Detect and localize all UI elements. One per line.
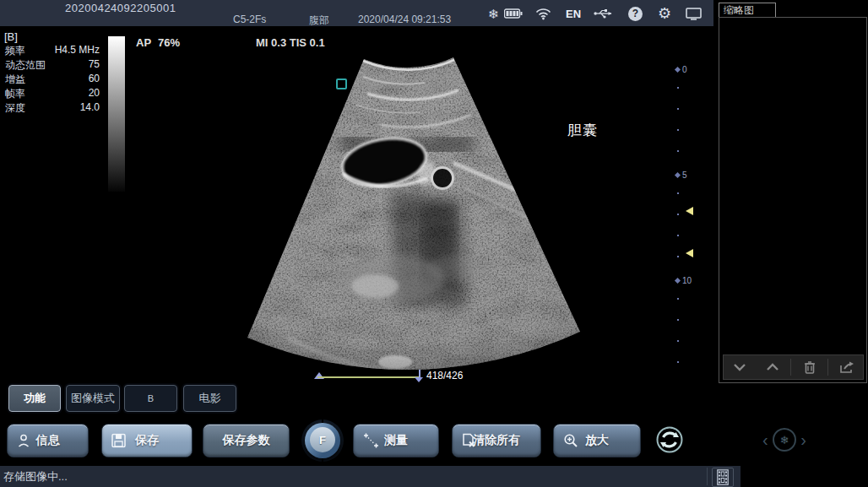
ruler-dot — [677, 298, 679, 300]
ruler-dot — [677, 319, 679, 321]
ruler-dot — [677, 256, 679, 257]
cine-frame-counter: 418/426 — [426, 370, 463, 381]
param-row-depth: 深度14.0 — [5, 101, 100, 116]
ruler-dot — [677, 129, 679, 131]
thumbnail-panel — [719, 17, 867, 383]
status-message: 存储图像中... — [3, 469, 68, 484]
tab-b-mode[interactable]: B — [124, 385, 177, 412]
status-divider — [707, 468, 708, 485]
freeze-indicator-icon: ❄ — [488, 5, 499, 22]
annotation-label: 胆囊 — [567, 121, 598, 140]
thumbnail-export-button[interactable] — [833, 357, 861, 377]
ruler-mark-0: 0 — [675, 66, 687, 73]
help-icon[interactable]: ? — [628, 5, 643, 22]
settings-gear-icon[interactable]: ⚙ — [658, 5, 671, 22]
magnify-button[interactable]: 放大 — [553, 424, 641, 457]
cine-film-icon[interactable] — [712, 468, 734, 487]
param-row-gain: 增益60 — [5, 73, 100, 87]
refresh-button[interactable] — [654, 425, 685, 455]
param-row-dynamic-range: 动态范围75 — [5, 58, 100, 73]
ruler-dot — [677, 340, 679, 342]
tab-function[interactable]: 功能 — [8, 385, 61, 412]
person-icon — [17, 434, 30, 448]
mi-tis-readout: MI 0.3 TIS 0.1 — [256, 36, 325, 49]
ruler-dot — [677, 192, 679, 194]
probe-name: C5-2Fs — [233, 14, 266, 25]
function-knob-label[interactable]: F — [310, 427, 335, 452]
ultrasound-image — [152, 49, 709, 380]
focus-marker — [686, 249, 693, 257]
ruler-dot — [677, 361, 679, 363]
language-toggle[interactable]: EN — [566, 5, 581, 22]
top-bar: 20200424092205001 C5-2Fs 腹部 2020/04/24 0… — [0, 0, 713, 26]
acoustic-power-readout: AP76% — [136, 36, 187, 49]
calipers-icon — [363, 433, 379, 449]
usb-icon — [594, 5, 612, 22]
ruler-dot — [677, 235, 679, 236]
ruler-dot — [677, 87, 679, 89]
probe-orientation-marker — [336, 78, 347, 89]
thumbnail-scroll-down-button[interactable] — [725, 357, 754, 377]
grayscale-map-bar — [108, 36, 125, 192]
ruler-dot — [677, 150, 679, 152]
thumbnail-scroll-up-button[interactable] — [758, 357, 787, 377]
wifi-icon — [535, 5, 551, 22]
floppy-disk-icon — [111, 434, 126, 448]
clear-all-button[interactable]: 清除所有 — [452, 424, 541, 457]
ruler-dot — [677, 108, 679, 110]
thumbnail-panel-title: 缩略图 — [719, 3, 776, 18]
chevron-left-icon[interactable]: ‹ — [762, 431, 768, 448]
mode-indicator: [B] — [4, 30, 18, 43]
patient-id: 20200424092205001 — [65, 2, 176, 14]
ruler-mark-5: 5 — [675, 171, 687, 178]
save-params-button[interactable]: 保存参数 — [203, 424, 290, 457]
clear-document-icon — [462, 433, 476, 448]
param-row-frequency: 频率H4.5 MHz — [5, 44, 100, 58]
ruler-mark-10: 10 — [675, 277, 692, 284]
thumbnail-toolbar — [723, 354, 864, 380]
measure-button[interactable]: 测量 — [353, 424, 439, 457]
status-bar: 存储图像中... — [0, 466, 741, 487]
battery-icon — [504, 5, 523, 22]
thumbnail-delete-button[interactable] — [795, 357, 824, 377]
display-monitor-icon[interactable] — [686, 5, 702, 22]
param-row-frame-rate: 帧率20 — [5, 87, 100, 101]
cine-progress-bar[interactable] — [317, 376, 420, 378]
datetime: 2020/04/24 09:21:53 — [358, 14, 451, 25]
freeze-snowflake-icon[interactable]: ❄ — [773, 428, 796, 452]
info-button[interactable]: 信息 — [7, 424, 89, 457]
toolbar-divider — [827, 359, 828, 376]
toolbar-divider — [790, 359, 791, 376]
tab-cine[interactable]: 电影 — [183, 385, 236, 412]
magnifier-plus-icon — [563, 433, 578, 448]
save-button[interactable]: 保存 — [101, 424, 193, 457]
exam-preset: 腹部 — [309, 14, 329, 28]
tab-image-mode[interactable]: 图像模式 — [66, 385, 120, 412]
cine-position-cursor[interactable] — [419, 370, 420, 381]
chevron-right-icon[interactable]: › — [800, 431, 806, 448]
focus-marker — [686, 207, 693, 215]
freeze-control[interactable]: ‹ ❄ › — [762, 426, 806, 453]
ruler-dot — [677, 214, 679, 215]
